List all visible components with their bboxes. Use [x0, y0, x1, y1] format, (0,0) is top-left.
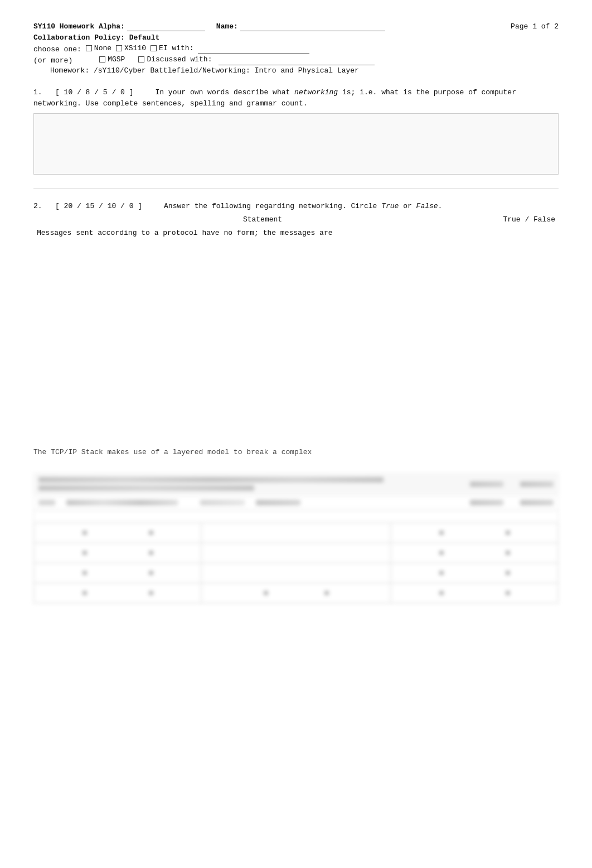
xs110-checkbox[interactable]: [116, 45, 122, 51]
dot-row-1: [33, 523, 559, 543]
dot: [506, 551, 510, 555]
q1-score: [ 10 / 8 / 5 / 0 ]: [55, 88, 133, 97]
q1-header: 1. [ 10 / 8 / 5 / 0 ] In your own words …: [33, 87, 559, 109]
col-statement: Statement: [33, 214, 492, 225]
blurred-table-header: [33, 473, 559, 495]
q2-text: Answer the following regarding networkin…: [164, 202, 381, 210]
q2-text3: .: [438, 202, 443, 210]
dot: [506, 571, 510, 575]
blurred-subrow: [33, 496, 559, 509]
header-section: SY110 Homework Alpha: Name: Collaboratio…: [33, 22, 559, 75]
none-checkbox[interactable]: [86, 45, 92, 51]
page-total: 2: [554, 22, 559, 31]
dot-grid: [33, 523, 559, 604]
statement-cell: Messages sent according to a protocol ha…: [33, 225, 492, 254]
col-tf: True / False: [492, 214, 559, 225]
dot: [149, 571, 153, 575]
q1-number: 1.: [33, 88, 42, 97]
dot: [439, 531, 444, 535]
dot: [83, 591, 87, 595]
divider-1: [33, 188, 559, 189]
dot: [439, 551, 444, 555]
dot: [83, 531, 87, 535]
tcpip-text: The TCP/IP Stack makes use of a layered …: [33, 448, 312, 456]
discussed-option: Discussed with:: [138, 55, 212, 64]
dot: [264, 591, 268, 595]
dot: [149, 551, 153, 555]
q1-em: networking: [294, 88, 338, 97]
dot-row-3: [33, 563, 559, 583]
or-more-label: (or more): [33, 56, 72, 65]
q2-number: 2.: [33, 202, 42, 210]
xs110-option: XS110: [116, 44, 146, 52]
ei-label: EI with:: [159, 44, 193, 52]
question-2: 2. [ 20 / 15 / 10 / 0 ] Answer the follo…: [33, 202, 559, 456]
discussed-label: Discussed with:: [147, 55, 212, 64]
dot-grid-top-blank: [33, 510, 559, 523]
tcpip-partial-text: The TCP/IP Stack makes use of a layered …: [33, 448, 559, 456]
dot: [324, 591, 329, 595]
mgsp-checkbox[interactable]: [99, 56, 105, 62]
none-option: None: [86, 44, 111, 52]
blurred-subrow-tf: [470, 500, 554, 505]
homework-title: SY110 Homework Alpha:: [33, 22, 125, 31]
dot: [506, 591, 510, 595]
dot: [83, 571, 87, 575]
none-label: None: [94, 44, 111, 52]
question-1: 1. [ 10 / 8 / 5 / 0 ] In your own words …: [33, 87, 559, 175]
discussed-checkbox[interactable]: [138, 56, 144, 62]
dot-row-4: [33, 583, 559, 604]
q2-header: 2. [ 20 / 15 / 10 / 0 ] Answer the follo…: [33, 202, 559, 210]
title-line: SY110 Homework Alpha: Name:: [33, 22, 559, 31]
choose-label: choose one:: [33, 45, 81, 54]
blurred-subrow-text: [38, 500, 470, 505]
blurred-bottom-section: [33, 473, 559, 604]
or-more-line: (or more) MGSP Discussed with:: [33, 55, 559, 65]
page-num-value: 1: [532, 22, 537, 31]
q1-text: In your own words describe what: [155, 88, 294, 97]
tf-cell: [492, 225, 559, 254]
blurred-header-tf: [470, 481, 554, 487]
dot: [149, 591, 153, 595]
collab-label: Collaboration Policy: Default: [33, 33, 159, 42]
q1-answer-box[interactable]: [33, 113, 559, 175]
q2-text2: or: [399, 202, 416, 210]
dot: [149, 531, 153, 535]
table-row: Messages sent according to a protocol ha…: [33, 225, 559, 254]
dot: [83, 551, 87, 555]
tf-table: Statement True / False Messages sent acc…: [33, 214, 559, 254]
dot-row-2: [33, 543, 559, 563]
page-label: Page: [511, 22, 528, 31]
dot: [439, 591, 444, 595]
collab-line: Collaboration Policy: Default: [33, 33, 559, 42]
of-label: of: [541, 22, 550, 31]
q2-em1: True: [381, 202, 399, 210]
homework-path: Homework: /sY110/Cyber Battlefield/Netwo…: [50, 66, 559, 75]
statement-text: Messages sent according to a protocol ha…: [37, 229, 333, 237]
ei-option: EI with:: [151, 44, 193, 52]
dot: [439, 571, 444, 575]
page-number: Page 1 of 2: [511, 22, 559, 31]
ei-checkbox[interactable]: [151, 45, 157, 51]
q2-em2: False: [416, 202, 438, 210]
q2-score: [ 20 / 15 / 10 / 0 ]: [55, 202, 142, 210]
mgsp-option: MGSP: [99, 55, 125, 64]
blurred-header-text: [38, 477, 470, 491]
choose-line: choose one: None XS110 EI with:: [33, 44, 559, 54]
name-label: Name:: [216, 22, 238, 31]
tf-table-header: Statement True / False: [33, 214, 559, 225]
q2-answer-space: [33, 254, 559, 443]
mgsp-label: MGSP: [108, 55, 125, 64]
xs110-label: XS110: [124, 44, 146, 52]
dot: [506, 531, 510, 535]
